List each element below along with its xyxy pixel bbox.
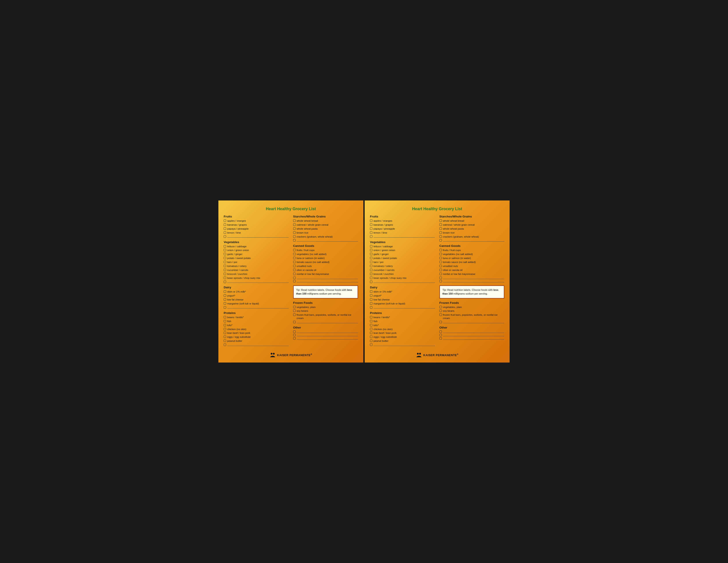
checkbox[interactable] (439, 269, 442, 271)
checkbox[interactable] (370, 340, 372, 342)
checkbox[interactable] (439, 223, 442, 226)
checkbox[interactable] (293, 273, 296, 275)
checkbox[interactable] (439, 257, 442, 259)
checkbox[interactable] (224, 306, 226, 309)
checkbox[interactable] (224, 269, 226, 271)
checkbox[interactable] (370, 298, 372, 301)
checkbox[interactable] (370, 280, 372, 283)
checkbox[interactable] (370, 235, 372, 238)
checkbox[interactable] (224, 273, 226, 275)
checkbox[interactable] (293, 231, 296, 234)
checkbox[interactable] (370, 227, 372, 230)
checkbox[interactable] (370, 290, 372, 293)
checkbox[interactable] (224, 298, 226, 301)
checkbox[interactable] (224, 227, 226, 230)
checkbox[interactable] (370, 257, 372, 259)
checkbox[interactable] (439, 273, 442, 275)
checkbox[interactable] (293, 219, 296, 222)
checkbox[interactable] (370, 249, 372, 251)
checkbox[interactable] (224, 340, 226, 342)
checkbox[interactable] (224, 257, 226, 259)
checkbox[interactable] (439, 276, 442, 279)
checkbox[interactable] (370, 245, 372, 247)
checkbox[interactable] (224, 231, 226, 234)
checkbox[interactable] (439, 227, 442, 230)
checkbox[interactable] (439, 314, 442, 316)
checkbox[interactable] (370, 219, 372, 222)
checkbox[interactable] (439, 321, 442, 323)
checkbox[interactable] (224, 316, 226, 319)
checkbox[interactable] (224, 265, 226, 267)
checkbox[interactable] (224, 320, 226, 322)
checkbox[interactable] (293, 306, 296, 308)
checkbox[interactable] (224, 290, 226, 293)
checkbox[interactable] (224, 219, 226, 222)
checkbox[interactable] (293, 249, 296, 251)
checkbox[interactable] (370, 273, 372, 275)
checkbox[interactable] (224, 261, 226, 263)
checkbox[interactable] (293, 223, 296, 226)
checkbox[interactable] (293, 265, 296, 267)
checkbox[interactable] (224, 253, 226, 255)
checkbox[interactable] (370, 302, 372, 305)
checkbox[interactable] (293, 337, 296, 340)
checkbox[interactable] (293, 261, 296, 263)
checkbox[interactable] (370, 269, 372, 271)
checkbox[interactable] (439, 310, 442, 312)
checkbox[interactable] (439, 334, 442, 336)
checkbox[interactable] (370, 231, 372, 234)
checkbox[interactable] (293, 235, 296, 238)
checkbox[interactable] (439, 235, 442, 238)
checkbox[interactable] (224, 223, 226, 226)
checkbox[interactable] (293, 227, 296, 230)
checkbox[interactable] (370, 306, 372, 309)
checkbox[interactable] (224, 344, 226, 346)
checkbox[interactable] (293, 331, 296, 333)
checkbox[interactable] (370, 328, 372, 330)
checkbox[interactable] (439, 306, 442, 308)
checkbox[interactable] (293, 253, 296, 255)
checkbox[interactable] (293, 321, 296, 323)
checkbox[interactable] (293, 276, 296, 279)
checkbox[interactable] (370, 261, 372, 263)
checkbox[interactable] (439, 261, 442, 263)
checkbox[interactable] (224, 302, 226, 305)
checkbox[interactable] (293, 269, 296, 271)
checkbox[interactable] (439, 253, 442, 255)
checkbox[interactable] (224, 336, 226, 338)
checkbox[interactable] (224, 249, 226, 251)
checkbox[interactable] (293, 314, 296, 316)
checkbox[interactable] (293, 239, 296, 241)
checkbox[interactable] (370, 336, 372, 338)
checkbox[interactable] (439, 337, 442, 340)
checkbox[interactable] (224, 332, 226, 334)
checkbox[interactable] (224, 235, 226, 238)
checkbox[interactable] (370, 332, 372, 334)
checkbox[interactable] (370, 223, 372, 226)
checkbox[interactable] (370, 324, 372, 326)
checkbox[interactable] (370, 276, 372, 279)
checkbox[interactable] (224, 276, 226, 279)
checkbox[interactable] (293, 280, 296, 283)
checkbox[interactable] (439, 249, 442, 251)
checkbox[interactable] (439, 331, 442, 333)
checkbox[interactable] (293, 334, 296, 336)
checkbox[interactable] (439, 239, 442, 241)
checkbox[interactable] (370, 344, 372, 346)
checkbox[interactable] (224, 280, 226, 283)
checkbox[interactable] (293, 257, 296, 259)
checkbox[interactable] (224, 245, 226, 247)
checkbox[interactable] (439, 280, 442, 283)
checkbox[interactable] (293, 310, 296, 312)
checkbox[interactable] (370, 294, 372, 297)
checkbox[interactable] (370, 265, 372, 267)
checkbox[interactable] (439, 265, 442, 267)
checkbox[interactable] (370, 316, 372, 319)
checkbox[interactable] (224, 294, 226, 297)
checkbox[interactable] (224, 324, 226, 326)
checkbox[interactable] (370, 253, 372, 255)
checkbox[interactable] (439, 231, 442, 234)
checkbox[interactable] (224, 328, 226, 330)
checkbox[interactable] (370, 320, 372, 322)
checkbox[interactable] (439, 219, 442, 222)
